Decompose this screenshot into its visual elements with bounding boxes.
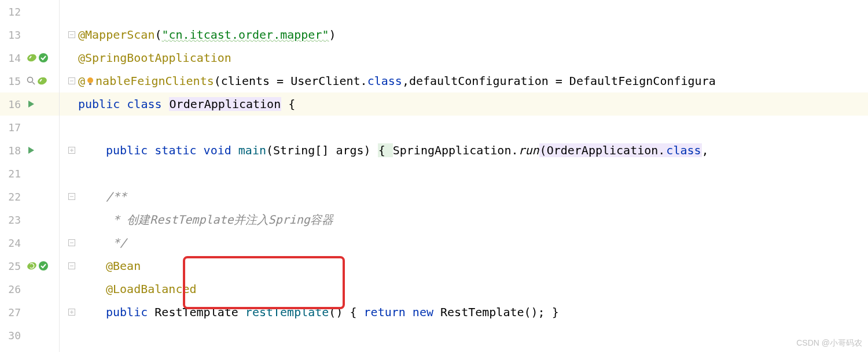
fold-gutter[interactable] <box>65 309 78 316</box>
fold-gutter[interactable] <box>65 262 78 269</box>
code-line[interactable]: public RestTemplate restTemplate() { ret… <box>60 301 868 324</box>
fold-minus-icon[interactable] <box>68 262 75 269</box>
code-line[interactable]: */ <box>60 231 868 254</box>
gutter-row: 27 <box>0 301 59 324</box>
line-number: 12 <box>0 6 24 18</box>
code-text: , <box>702 143 716 157</box>
line-number: 13 <box>0 29 24 41</box>
comment: /** <box>106 190 127 203</box>
code-line[interactable]: public class OrderApplication { <box>60 92 868 116</box>
fold-gutter[interactable] <box>65 147 78 154</box>
svg-point-7 <box>27 261 37 271</box>
fold-gutter[interactable] <box>65 77 78 84</box>
code-line[interactable]: @LoadBalanced <box>60 277 868 301</box>
fold-minus-icon[interactable] <box>68 77 75 84</box>
code-line[interactable]: * 创建RestTemplate并注入Spring容器 <box>60 208 868 231</box>
fold-gutter[interactable] <box>65 239 78 246</box>
paren: ) <box>329 28 336 42</box>
svg-rect-14 <box>89 83 91 85</box>
gutter-icons[interactable] <box>24 261 59 271</box>
line-number: 15 <box>0 75 24 87</box>
run-icon[interactable] <box>27 99 36 109</box>
gutter-icons[interactable] <box>24 76 59 86</box>
gutter-icons[interactable] <box>24 99 59 109</box>
gutter-row: 16 <box>0 92 59 116</box>
fold-plus-icon[interactable] <box>68 309 75 316</box>
code-line[interactable]: @SpringBootApplication <box>60 46 868 69</box>
method-name: restTemplate <box>245 305 329 319</box>
line-number: 21 <box>0 168 24 180</box>
coverage-check-icon <box>38 53 49 63</box>
svg-point-4 <box>37 76 47 86</box>
params: (String[] args) <box>266 143 378 157</box>
svg-marker-5 <box>28 101 34 108</box>
gutter-icons[interactable] <box>24 53 59 63</box>
code-line[interactable]: @Bean <box>60 254 868 277</box>
code-text: () { <box>329 305 363 319</box>
brace: { <box>378 143 393 157</box>
code-line[interactable]: public static void main(String[] args) {… <box>60 139 868 162</box>
fold-gutter[interactable] <box>65 193 78 200</box>
annotation: nableFeignClients <box>95 74 214 88</box>
gutter-row: 25 <box>0 254 59 277</box>
line-number: 18 <box>0 144 24 157</box>
gutter-row: 14 <box>0 46 59 69</box>
type: RestTemplate <box>440 305 524 319</box>
coverage-icon <box>27 53 37 63</box>
code-text: SpringApplication. <box>393 143 518 157</box>
paren: ( <box>155 28 161 42</box>
fold-plus-icon[interactable] <box>68 147 75 154</box>
code-line[interactable]: /** <box>60 185 868 208</box>
svg-marker-6 <box>28 147 34 154</box>
code-line[interactable] <box>60 162 868 185</box>
keyword: public <box>106 143 155 157</box>
code-editor[interactable]: @MapperScan("cn.itcast.order.mapper") @S… <box>60 0 868 352</box>
intention-bulb-icon[interactable] <box>85 76 95 86</box>
line-number: 14 <box>0 52 24 64</box>
svg-point-2 <box>28 77 33 83</box>
code-line[interactable]: @MapperScan("cn.itcast.order.mapper") <box>60 23 868 46</box>
keyword: void <box>204 143 238 157</box>
line-number: 24 <box>0 237 24 249</box>
line-number: 26 <box>0 283 24 295</box>
code-text: (clients = UserClient. <box>214 74 367 88</box>
fold-gutter[interactable] <box>65 31 78 38</box>
code-text: (); } <box>524 305 559 319</box>
gutter-row: 30 <box>0 324 59 347</box>
fold-minus-icon[interactable] <box>68 193 75 200</box>
line-number: 23 <box>0 214 24 226</box>
line-number: 30 <box>0 329 24 342</box>
code-line[interactable] <box>60 324 868 347</box>
gutter-row: 23 <box>0 208 59 231</box>
keyword: static <box>155 143 203 157</box>
gutter-row: 17 <box>0 116 59 139</box>
keyword: public <box>106 305 155 319</box>
method-name: main <box>238 143 266 157</box>
gutter-row: 13 <box>0 23 59 46</box>
watermark: CSDN @小哥码农 <box>796 338 862 349</box>
gutter-icons[interactable] <box>24 146 59 155</box>
run-icon[interactable] <box>27 146 36 155</box>
brace: { <box>281 97 295 111</box>
svg-point-8 <box>39 261 48 271</box>
coverage-check-icon <box>38 261 49 271</box>
annotation: @ <box>78 74 85 88</box>
code-text: ,defaultConfiguration = DefaultFeignConf… <box>402 74 716 88</box>
fold-end-icon[interactable] <box>68 239 75 246</box>
svg-line-3 <box>32 82 35 84</box>
type: RestTemplate <box>155 305 245 319</box>
method-call: run <box>518 143 539 157</box>
code-text: (OrderApplication. <box>539 143 666 157</box>
fold-minus-icon[interactable] <box>68 31 75 38</box>
gutter-row: 21 <box>0 162 59 185</box>
annotation: @MapperScan <box>78 28 155 42</box>
code-line[interactable] <box>60 0 868 23</box>
gutter-row: 15 <box>0 69 59 92</box>
code-line[interactable] <box>60 116 868 139</box>
keyword: class <box>665 143 701 157</box>
annotation: @LoadBalanced <box>106 282 197 296</box>
coverage-icon <box>37 76 47 86</box>
line-number: 17 <box>0 121 24 134</box>
gutter-row: 22 <box>0 185 59 208</box>
code-line[interactable]: @nableFeignClients(clients = UserClient.… <box>60 69 868 92</box>
